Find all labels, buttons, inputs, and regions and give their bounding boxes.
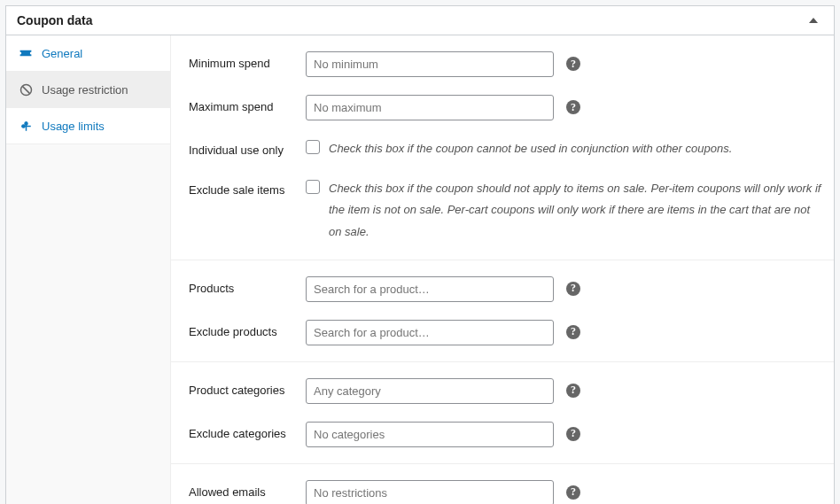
help-icon[interactable]: ?	[566, 325, 580, 339]
individual-use-checkbox[interactable]	[306, 140, 320, 154]
min-spend-label: Minimum spend	[171, 51, 306, 70]
exclude-sale-checkbox[interactable]	[306, 180, 320, 194]
max-spend-input[interactable]	[306, 95, 554, 120]
max-spend-label: Maximum spend	[171, 95, 306, 113]
min-spend-input[interactable]	[306, 51, 554, 77]
individual-use-label: Individual use only	[171, 138, 306, 157]
sliders-icon	[19, 119, 33, 133]
individual-use-desc: Check this box if the coupon cannot be u…	[329, 138, 732, 160]
ticket-icon	[19, 46, 33, 60]
exclude-sale-label: Exclude sale items	[171, 178, 306, 197]
help-icon[interactable]: ?	[566, 384, 580, 398]
section-products: Products Search for a product… ? Exclude…	[171, 260, 834, 362]
svg-line-1	[22, 86, 29, 93]
help-icon[interactable]: ?	[566, 427, 580, 441]
collapse-toggle-icon	[809, 18, 818, 23]
products-label: Products	[171, 276, 306, 295]
exclude-sale-desc: Check this box if the coupon should not …	[329, 178, 825, 244]
allowed-emails-input[interactable]	[306, 480, 554, 504]
allowed-emails-label: Allowed emails	[171, 480, 306, 499]
tab-general[interactable]: General	[6, 35, 170, 72]
section-categories: Product categories Any category ? Exclud…	[171, 362, 834, 464]
help-icon[interactable]: ?	[566, 57, 580, 71]
tab-usage-limits[interactable]: Usage limits	[6, 108, 170, 144]
svg-point-4	[22, 125, 25, 128]
tab-label: Usage limits	[42, 120, 105, 133]
tab-label: General	[42, 47, 82, 60]
tab-content-usage-restriction: Minimum spend ? Maximum spend ? Individu…	[171, 35, 834, 504]
sidebar-tabs: General Usage restriction Usage limits	[6, 35, 171, 504]
tab-usage-restriction[interactable]: Usage restriction	[6, 72, 170, 108]
svg-point-5	[25, 122, 27, 125]
coupon-data-panel: Coupon data General Usage restriction	[5, 5, 835, 504]
exclude-products-select[interactable]: Search for a product…	[306, 320, 554, 345]
exclude-categories-label: Exclude categories	[171, 422, 306, 440]
panel-title: Coupon data	[17, 13, 93, 27]
panel-header[interactable]: Coupon data	[6, 6, 834, 35]
section-spend: Minimum spend ? Maximum spend ? Individu…	[171, 35, 834, 260]
help-icon[interactable]: ?	[566, 282, 580, 296]
help-icon[interactable]: ?	[566, 100, 580, 114]
ban-icon	[19, 82, 33, 97]
exclude-products-label: Exclude products	[171, 320, 306, 338]
product-categories-select[interactable]: Any category	[306, 378, 554, 404]
section-emails: Allowed emails ?	[171, 464, 834, 504]
help-icon[interactable]: ?	[566, 485, 580, 500]
exclude-categories-select[interactable]: No categories	[306, 422, 554, 447]
product-categories-label: Product categories	[171, 378, 306, 397]
products-select[interactable]: Search for a product…	[306, 276, 554, 302]
panel-body: General Usage restriction Usage limits M…	[6, 35, 834, 504]
tab-label: Usage restriction	[42, 83, 128, 97]
